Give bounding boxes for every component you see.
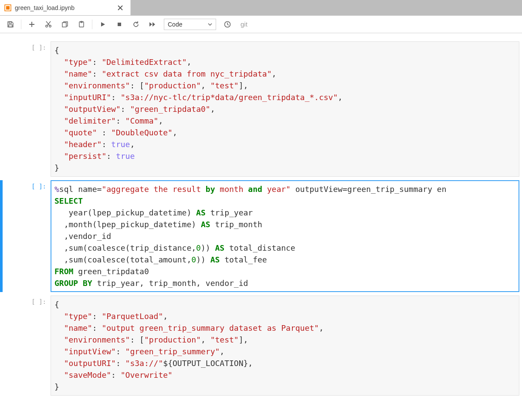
- kernel-status-icon[interactable]: [220, 18, 235, 31]
- notebook-area: [ ]:{ "type": "DelimitedExtract", "name"…: [0, 33, 522, 417]
- cell-prompt: [ ]:: [17, 296, 51, 396]
- save-button[interactable]: [3, 18, 18, 31]
- cell-type-select[interactable]: Code: [164, 19, 216, 30]
- git-button[interactable]: git: [241, 20, 247, 28]
- separator: [21, 20, 21, 29]
- cell-type-value: Code: [168, 21, 182, 28]
- code-editor[interactable]: %sql name="aggregate the result by month…: [51, 180, 519, 292]
- tab-bar: green_taxi_load.ipynb: [0, 0, 522, 16]
- paste-button[interactable]: [74, 18, 89, 31]
- close-icon[interactable]: [116, 4, 124, 12]
- svg-rect-6: [62, 23, 66, 27]
- code-cell: [ ]:{ "type": "ParquetLoad", "name": "ou…: [0, 296, 522, 396]
- chevron-down-icon: [208, 23, 212, 26]
- restart-button[interactable]: [128, 18, 144, 31]
- cell-marker: [0, 180, 3, 292]
- add-cell-button[interactable]: [24, 18, 40, 31]
- code-editor[interactable]: { "type": "ParquetLoad", "name": "output…: [51, 296, 519, 396]
- notebook-file-icon: [4, 4, 11, 11]
- toolbar: Code git: [0, 16, 522, 33]
- svg-rect-1: [6, 6, 10, 10]
- code-cell: [ ]:{ "type": "DelimitedExtract", "name"…: [0, 41, 522, 177]
- separator: [92, 20, 92, 29]
- run-button[interactable]: [95, 18, 111, 31]
- copy-button[interactable]: [57, 18, 73, 31]
- stop-button[interactable]: [112, 18, 127, 31]
- cut-button[interactable]: [41, 18, 56, 31]
- svg-rect-3: [9, 25, 12, 27]
- svg-rect-9: [118, 23, 121, 26]
- cell-prompt: [ ]:: [17, 41, 51, 177]
- code-cell: [ ]:%sql name="aggregate the result by m…: [0, 180, 522, 292]
- tab-title: green_taxi_load.ipynb: [15, 4, 113, 11]
- svg-rect-2: [9, 22, 11, 24]
- cell-marker: [0, 296, 3, 396]
- notebook-tab[interactable]: green_taxi_load.ipynb: [0, 0, 131, 15]
- code-editor[interactable]: { "type": "DelimitedExtract", "name": "e…: [51, 41, 519, 177]
- run-all-button[interactable]: [145, 18, 160, 31]
- cell-marker: [0, 41, 3, 177]
- cell-prompt: [ ]:: [17, 180, 51, 292]
